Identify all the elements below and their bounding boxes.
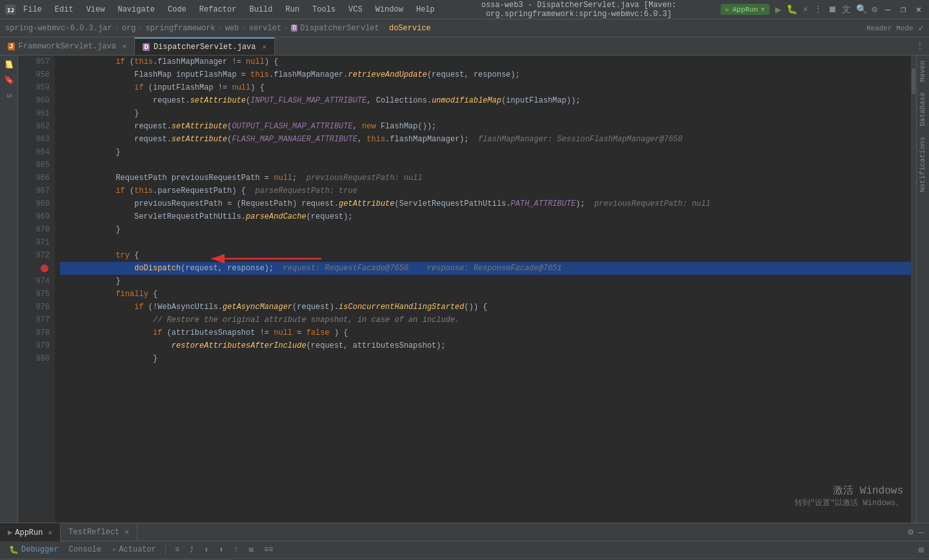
tab-dispatcherservlet[interactable]: D DispatcherServlet.java ✕	[135, 37, 275, 55]
code-line-967[interactable]: if (this.parseRequestPath) { parseReques…	[60, 185, 916, 197]
menu-build[interactable]: Build	[246, 4, 275, 15]
code-line-969[interactable]: ServletRequestPathUtils.parseAndCache(re…	[60, 210, 916, 223]
breadcrumb-class[interactable]: D DispatcherServlet	[291, 24, 379, 33]
breadcrumb-method[interactable]: doService	[389, 24, 431, 33]
code-line-963[interactable]: request.setAttribute(FLASH_MAP_MANAGER_A…	[60, 133, 916, 146]
project-icon[interactable]: 📁	[3, 58, 15, 71]
code-line-960[interactable]: request.setAttribute(INPUT_FLASH_MAP_ATT…	[60, 94, 916, 107]
settings-button[interactable]: ⚙	[872, 4, 877, 15]
tab-frameworkservlet[interactable]: J FrameworkServlet.java ✕	[0, 37, 135, 55]
scrollbar-vertical[interactable]	[911, 55, 916, 523]
close-button[interactable]: ✕	[914, 5, 924, 15]
debug-tab-right-controls: ⚙ —	[908, 526, 929, 537]
code-line-958[interactable]: FlashMap inputFlashMap = this.flashMapMa…	[60, 68, 916, 81]
code-line-971[interactable]	[60, 236, 916, 249]
menu-vcs[interactable]: VCS	[346, 4, 365, 15]
code-line-959[interactable]: if (inputFlashMap != null) {	[60, 81, 916, 94]
breadcrumb-jar[interactable]: spring-webmvc-6.0.3.jar	[5, 24, 112, 33]
evaluate-button[interactable]: ⊞	[245, 544, 257, 556]
menu-tools[interactable]: Tools	[310, 4, 338, 15]
bookmark-icon[interactable]: 🔖	[3, 74, 15, 86]
code-line-978[interactable]: if (attributesSnapshot != null = false )…	[60, 326, 916, 339]
notifications-panel[interactable]: Notifications	[917, 132, 929, 197]
code-text-974: }	[60, 275, 121, 288]
debug-tab-apprun-close[interactable]: ✕	[48, 528, 52, 537]
code-text-964: }	[60, 146, 121, 159]
translate-icon[interactable]: 文	[842, 4, 851, 15]
run-config-button[interactable]: ▶ AppRun ▼	[721, 4, 770, 15]
debug-tab-testreflect-label: TestReflect	[68, 528, 119, 537]
breakpoint-dot-973[interactable]	[41, 265, 48, 272]
breadcrumb-springframework[interactable]: springframework	[146, 24, 215, 33]
code-line-976[interactable]: if (!WebAsyncUtils.getAsyncManager(reque…	[60, 301, 916, 314]
code-text-960: request.setAttribute(INPUT_FLASH_MAP_ATT…	[60, 94, 581, 107]
tab-more-button[interactable]: ⋮	[911, 37, 929, 55]
debug-layout-icon[interactable]: ⊞	[919, 545, 924, 555]
search-everywhere-button[interactable]: 🔍	[856, 4, 867, 15]
code-line-970[interactable]: }	[60, 223, 916, 236]
menu-help[interactable]: Help	[414, 4, 437, 15]
line-num-959: 959	[26, 81, 50, 94]
menu-code[interactable]: Code	[165, 4, 189, 15]
code-line-962[interactable]: request.setAttribute(OUTPUT_FLASH_MAP_AT…	[60, 120, 916, 133]
code-line-979[interactable]: restoreAttributesAfterInclude(request, a…	[60, 339, 916, 352]
profile-button[interactable]: ⚡	[803, 4, 808, 15]
code-line-961[interactable]: }	[60, 107, 916, 120]
more-run-options[interactable]: ⋮	[814, 4, 823, 15]
line-num-972: 972	[26, 249, 50, 262]
tab-close-dispatcherservlet[interactable]: ✕	[263, 43, 267, 51]
code-line-980[interactable]: }	[60, 352, 916, 365]
breadcrumb-org[interactable]: org	[122, 24, 136, 33]
watches-button[interactable]: ≡≡	[260, 544, 277, 555]
step-into-button[interactable]: ⬇	[200, 544, 212, 556]
menu-navigate[interactable]: Navigate	[115, 4, 157, 15]
debug-tab-testreflect-close[interactable]: ✕	[125, 528, 129, 536]
menu-view[interactable]: View	[84, 4, 108, 15]
maven-panel[interactable]: Maven	[917, 55, 929, 87]
console-tab[interactable]: Console	[65, 544, 105, 555]
database-panel[interactable]: Database	[917, 87, 929, 132]
menu-refactor[interactable]: Refactor	[197, 4, 239, 15]
code-line-957[interactable]: if (this.flashMapManager != null) {	[60, 55, 916, 68]
tab-close-frameworkservlet[interactable]: ✕	[123, 42, 127, 50]
menu-run[interactable]: Run	[283, 4, 302, 15]
actuator-tab[interactable]: ⚡ Actuator	[108, 544, 160, 556]
code-line-974[interactable]: }	[60, 275, 916, 288]
debugger-tab[interactable]: 🐛 Debugger	[5, 544, 63, 556]
code-line-968[interactable]: previousRequestPath = (RequestPath) requ…	[60, 197, 916, 210]
debug-tab-apprun[interactable]: ▶ AppRun ✕	[0, 523, 61, 541]
code-text-959: if (inputFlashMap != null) {	[60, 81, 265, 94]
reader-mode-button[interactable]: Reader Mode	[866, 25, 914, 32]
debug-tab-testreflect[interactable]: TestReflect ✕	[61, 523, 137, 541]
step-over-button[interactable]: ⤴	[186, 544, 197, 556]
breadcrumb-servlet[interactable]: servlet	[249, 24, 281, 33]
run-to-cursor-button[interactable]: ↑	[230, 544, 243, 555]
code-container: 9579589599609619629639649659669679689699…	[18, 55, 916, 523]
code-lines[interactable]: if (this.flashMapManager != null) { Flas…	[55, 55, 916, 523]
code-line-972[interactable]: try {	[60, 249, 916, 262]
debug-run-button[interactable]: 🐛	[786, 4, 797, 15]
code-text-969: ServletRequestPathUtils.parseAndCache(re…	[60, 210, 353, 223]
menu-edit[interactable]: Edit	[52, 4, 76, 15]
step-out-button[interactable]: ⬆	[215, 544, 227, 556]
code-line-965[interactable]	[60, 159, 916, 172]
line-num-957: 957	[26, 55, 50, 68]
code-line-964[interactable]: }	[60, 146, 916, 159]
breadcrumb-web[interactable]: web	[225, 24, 239, 33]
menu-file[interactable]: File	[21, 4, 45, 15]
maximize-button[interactable]: ❐	[898, 5, 908, 15]
structure-icon[interactable]: S	[3, 89, 15, 102]
code-line-977[interactable]: // Restore the original attribute snapsh…	[60, 314, 916, 326]
debug-tab-apprun-label: AppRun	[15, 528, 43, 537]
debug-settings-icon[interactable]: ⚙	[908, 526, 913, 537]
line-num-979: 979	[26, 339, 50, 352]
menu-window[interactable]: Window	[373, 4, 406, 15]
minimize-button[interactable]: —	[883, 5, 893, 15]
code-line-975[interactable]: finally {	[60, 288, 916, 301]
code-line-973[interactable]: doDispatch(request, response); request: …	[60, 262, 916, 275]
debug-minimize-icon[interactable]: —	[919, 527, 924, 537]
code-line-966[interactable]: RequestPath previousRequestPath = null; …	[60, 172, 916, 185]
stop-button[interactable]: ⏹	[828, 5, 837, 15]
frames-button[interactable]: ≡	[171, 544, 183, 555]
run-button[interactable]: ▶	[775, 3, 781, 16]
